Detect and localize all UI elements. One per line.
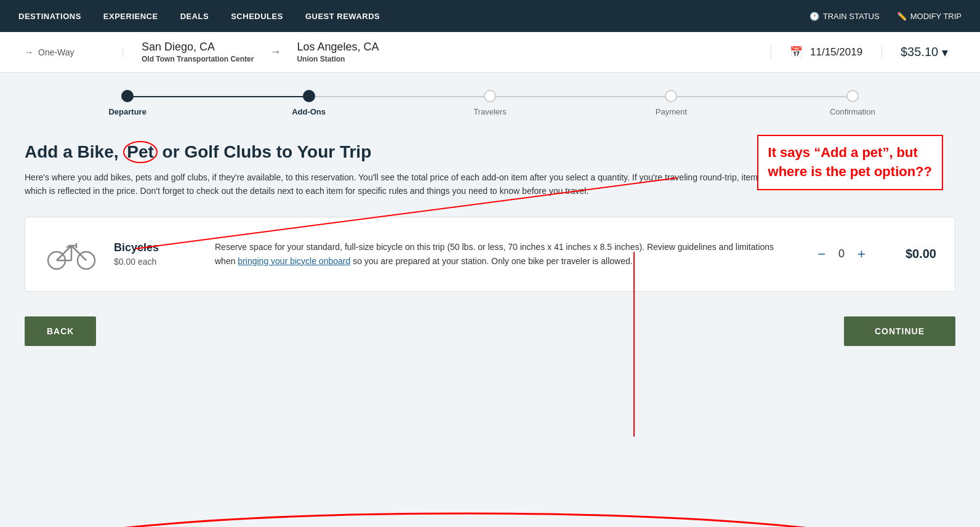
pet-highlighted-word: Pet (123, 141, 158, 163)
bicycle-name: Bicycles (114, 241, 200, 254)
chevron-down-icon[interactable]: ▾ (942, 45, 948, 60)
step-dot-addons (303, 90, 315, 102)
page-content-area: It says “Add a pet”, butwhere is the pet… (0, 129, 980, 292)
trip-date: 11/15/2019 (810, 46, 862, 58)
bicycle-item-card: Bicycles $0.00 each Reserve space for yo… (25, 217, 955, 292)
step-travelers: Travelers (400, 90, 580, 116)
step-dot-departure (121, 90, 134, 102)
quantity-value: 0 (835, 247, 848, 260)
bicycle-description: Reserve space for your standard, full-si… (215, 240, 796, 268)
origin-block: San Diego, CA Old Town Transportation Ce… (142, 41, 254, 63)
origin-city: San Diego, CA (142, 41, 254, 54)
origin-station: Old Town Transportation Center (142, 55, 254, 63)
trip-price: $35.10 (901, 45, 938, 59)
top-navigation: DESTINATIONS EXPERIENCE DEALS SCHEDULES … (0, 0, 980, 32)
date-section: 📅 11/15/2019 (771, 46, 882, 58)
destination-block: Los Angeles, CA Union Station (297, 41, 379, 63)
nav-experience[interactable]: EXPERIENCE (103, 12, 158, 21)
nav-guest-rewards[interactable]: GUEST REWARDS (305, 12, 380, 21)
train-status-link[interactable]: 🕐 TRAIN STATUS (809, 12, 880, 21)
step-dot-confirmation (846, 90, 859, 102)
trip-summary-bar: → One-Way San Diego, CA Old Town Transpo… (0, 32, 980, 73)
destination-station: Union Station (297, 55, 379, 63)
svg-line-6 (71, 246, 86, 260)
clock-icon: 🕐 (809, 12, 819, 21)
bicycle-onboard-link[interactable]: bringing your bicycle onboard (238, 256, 350, 266)
progress-steps: Departure Add-Ons Travelers Payment Conf… (0, 73, 980, 129)
step-dot-travelers (484, 90, 496, 102)
destination-city: Los Angeles, CA (297, 41, 379, 54)
step-label-departure: Departure (108, 107, 146, 116)
trip-type: → One-Way (25, 47, 123, 57)
step-departure: Departure (37, 90, 218, 116)
step-payment: Payment (580, 90, 761, 116)
annotation-callout: It says “Add a pet”, butwhere is the pet… (757, 135, 943, 190)
quantity-control: − 0 + (811, 247, 872, 261)
edit-icon: ✏️ (897, 12, 907, 21)
bicycle-total-price: $0.00 (887, 247, 936, 261)
nav-destinations[interactable]: DESTINATIONS (18, 12, 81, 21)
modify-trip-link[interactable]: ✏️ MODIFY TRIP (897, 12, 962, 21)
bicycle-price-each: $0.00 each (114, 257, 200, 267)
price-section: $35.10 ▾ (882, 45, 955, 60)
route-section: San Diego, CA Old Town Transportation Ce… (123, 41, 771, 63)
calendar-icon: 📅 (790, 46, 803, 58)
step-label-addons: Add-Ons (292, 107, 326, 116)
decrease-quantity-button[interactable]: − (817, 247, 825, 261)
svg-point-2 (22, 513, 909, 527)
nav-links: DESTINATIONS EXPERIENCE DEALS SCHEDULES … (18, 12, 809, 21)
back-button[interactable]: BACK (25, 316, 96, 346)
nav-right-section: 🕐 TRAIN STATUS ✏️ MODIFY TRIP (809, 12, 962, 21)
footer-actions: BACK CONTINUE (0, 304, 980, 358)
bicycle-info: Bicycles $0.00 each (114, 241, 200, 267)
increase-quantity-button[interactable]: + (857, 247, 866, 261)
step-confirmation: Confirmation (762, 90, 943, 116)
step-label-payment: Payment (656, 107, 687, 116)
step-label-confirmation: Confirmation (830, 107, 875, 116)
step-label-travelers: Travelers (473, 107, 507, 116)
bicycle-icon (44, 236, 99, 273)
nav-schedules[interactable]: SCHEDULES (231, 12, 283, 21)
svg-line-5 (57, 246, 71, 260)
nav-deals[interactable]: DEALS (180, 12, 209, 21)
route-arrow: → (270, 46, 281, 58)
step-addons: Add-Ons (218, 90, 399, 116)
continue-button[interactable]: CONTINUE (844, 316, 955, 346)
arrow-icon: → (25, 47, 33, 57)
step-dot-payment (665, 90, 677, 102)
